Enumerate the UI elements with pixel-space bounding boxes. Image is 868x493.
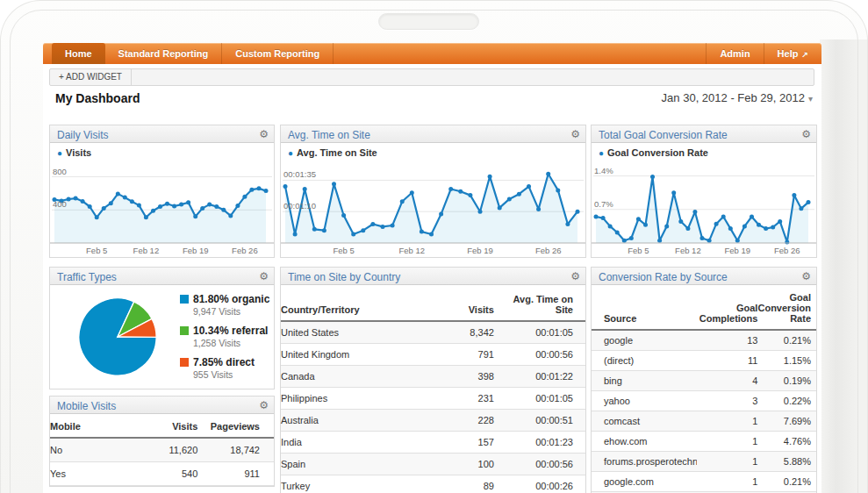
pie-chart-body: 81.80% organic 9,947 Visits 10.34% refer… — [50, 285, 274, 389]
table-cell: 18,742 — [197, 438, 274, 462]
table-cell: 00:00:26 — [494, 475, 585, 493]
screen: Home Standard Reporting Custom Reporting… — [43, 43, 821, 493]
chart-legend: ●Visits — [50, 143, 274, 160]
table-cell: 89 — [434, 475, 494, 493]
column-header: Mobile — [50, 414, 144, 438]
table-row: (direct) 11 1.15% — [592, 351, 816, 371]
table-cell: 791 — [434, 344, 494, 366]
table-cell: Turkey — [281, 475, 434, 493]
svg-text:00:01:10: 00:01:10 — [283, 201, 316, 211]
table-cell: google — [592, 330, 697, 351]
widget-title: Mobile Visits — [57, 400, 116, 412]
table-cell: 11,620 — [144, 438, 197, 462]
tab-home[interactable]: Home — [52, 43, 105, 64]
widget-traffic-types: Traffic Types ⚙ 81.80% organic 9,947 Vis… — [49, 267, 275, 389]
table-cell: 7.69% — [757, 411, 816, 432]
chart-legend: ●Goal Conversion Rate — [592, 143, 816, 160]
table-cell: United Kingdom — [281, 344, 434, 366]
table-cell: 3 — [697, 391, 757, 411]
table-row: United Kingdom 791 00:00:56 — [281, 344, 585, 366]
svg-text:00:01:35: 00:01:35 — [283, 169, 316, 179]
table-cell: 5.88% — [757, 452, 816, 472]
table-cell: 1 — [697, 472, 757, 492]
table-cell: 911 — [197, 462, 274, 486]
table-cell: 1 — [697, 452, 757, 472]
svg-text:Feb 12: Feb 12 — [399, 246, 426, 255]
pie-legend: 81.80% organic 9,947 Visits 10.34% refer… — [180, 293, 269, 388]
widget-goal-conversion-rate: Total Goal Conversion Rate ⚙ ●Goal Conve… — [591, 125, 817, 258]
table-cell: google.com — [592, 472, 697, 492]
svg-text:Feb 19: Feb 19 — [467, 246, 493, 255]
svg-text:400: 400 — [53, 199, 67, 209]
tab-custom-reporting[interactable]: Custom Reporting — [222, 43, 334, 64]
table-cell: 1 — [697, 411, 757, 432]
date-range-selector[interactable]: Jan 30, 2012 - Feb 29, 2012▾ — [662, 91, 813, 104]
gear-icon[interactable]: ⚙ — [801, 268, 811, 285]
widget-title: Time on Site by Country — [288, 271, 400, 283]
table-cell: 00:01:05 — [494, 388, 585, 410]
table-row: India 157 00:01:23 — [281, 432, 585, 454]
table-cell: 00:00:51 — [494, 410, 585, 432]
table-row: Philippines 231 00:01:05 — [281, 388, 585, 410]
table-cell: 00:01:22 — [494, 366, 585, 388]
column-header: Goal Completions — [697, 285, 757, 330]
table-row: No 11,620 18,742 — [50, 438, 274, 462]
widget-title: Conversion Rate by Source — [599, 271, 728, 283]
add-widget-button[interactable]: + ADD WIDGET — [50, 69, 132, 85]
column-header: Visits — [434, 285, 494, 321]
gear-icon[interactable]: ⚙ — [801, 125, 811, 143]
svg-text:Feb 26: Feb 26 — [232, 246, 258, 255]
table-cell: 13 — [697, 330, 757, 351]
page-title: My Dashboard — [55, 91, 140, 105]
table-cell: Australia — [281, 410, 434, 432]
table-row: Turkey 89 00:00:26 — [281, 475, 585, 493]
table-cell: 1.15% — [757, 351, 816, 371]
chart-legend: ●Avg. Time on Site — [281, 143, 585, 160]
gear-icon[interactable]: ⚙ — [570, 268, 580, 285]
table-row: google 13 0.21% — [592, 330, 816, 351]
widget-conversion-rate-by-source: Conversion Rate by Source ⚙ Source Goal … — [591, 267, 817, 493]
widget-header: Mobile Visits ⚙ — [50, 397, 274, 414]
svg-text:Feb 19: Feb 19 — [725, 246, 751, 255]
table-cell: (direct) — [592, 351, 697, 371]
nav-admin[interactable]: Admin — [706, 43, 763, 64]
nav-spacer — [334, 43, 706, 64]
column-header: Country/Territory — [281, 285, 434, 321]
date-range-label: Jan 30, 2012 - Feb 29, 2012 — [662, 91, 805, 104]
table-row: Canada 398 00:01:22 — [281, 366, 585, 388]
table-cell: 228 — [434, 410, 494, 432]
mobile-table: Mobile Visits Pageviews No 11,620 18,742… — [50, 414, 274, 486]
gear-icon[interactable]: ⚙ — [259, 397, 269, 414]
gear-icon[interactable]: ⚙ — [259, 125, 269, 143]
gear-icon[interactable]: ⚙ — [570, 125, 580, 143]
widget-header: Conversion Rate by Source ⚙ — [592, 268, 816, 285]
legend-dot-icon: ● — [57, 148, 62, 158]
svg-text:1.4%: 1.4% — [594, 166, 613, 175]
widget-title: Daily Visits — [57, 129, 108, 141]
table-cell: 0.22% — [757, 391, 816, 411]
table-cell: Philippines — [281, 388, 434, 410]
widget-header: Traffic Types ⚙ — [50, 268, 274, 285]
svg-text:Feb 19: Feb 19 — [183, 246, 209, 255]
svg-text:Feb 5: Feb 5 — [628, 246, 649, 255]
table-cell: 157 — [434, 432, 494, 454]
legend-dot-icon: ● — [599, 148, 604, 158]
tab-standard-reporting[interactable]: Standard Reporting — [105, 43, 223, 64]
gear-icon[interactable]: ⚙ — [259, 268, 269, 285]
column-header: Source — [592, 285, 697, 330]
svg-text:Feb 12: Feb 12 — [675, 246, 701, 255]
table-cell: 4.76% — [757, 432, 816, 452]
nav-help[interactable]: Help↗ — [764, 43, 821, 64]
legend-swatch-icon — [180, 326, 189, 335]
svg-text:800: 800 — [53, 167, 67, 176]
column-header: Pageviews — [197, 414, 274, 438]
device-bezel — [820, 39, 867, 493]
table-cell: 00:01:05 — [494, 321, 585, 344]
table-row: yahoo 3 0.22% — [592, 391, 816, 411]
device-latch — [378, 13, 479, 30]
svg-text:Feb 26: Feb 26 — [774, 246, 800, 255]
table-cell: Spain — [281, 454, 434, 475]
daily-visits-chart: 400800Feb 5Feb 12Feb 19Feb 26 — [50, 160, 274, 257]
table-row: forums.prosperotechnologies.com 1 5.88% — [592, 452, 816, 472]
table-cell: 398 — [434, 366, 494, 388]
